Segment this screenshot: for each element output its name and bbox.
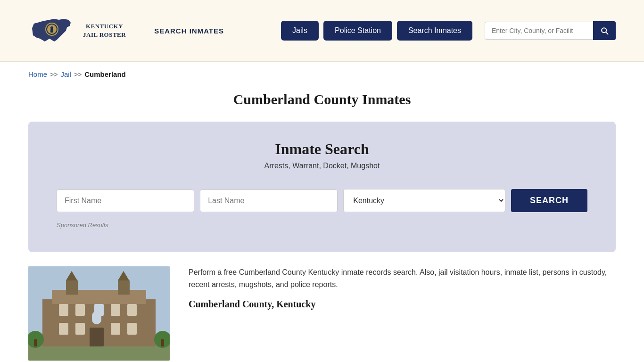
svg-rect-19 [92, 311, 101, 324]
svg-rect-9 [59, 304, 68, 316]
search-inmates-link[interactable]: SEARCH INMATES [154, 27, 224, 35]
breadcrumb-home[interactable]: Home [28, 70, 47, 78]
content-area: Perform a free Cumberland County Kentuck… [0, 266, 644, 362]
svg-rect-16 [111, 323, 120, 335]
state-select[interactable]: AlabamaAlaskaArizonaArkansasCaliforniaCo… [343, 189, 505, 212]
svg-point-3 [50, 26, 53, 29]
breadcrumb-current: Cumberland [84, 70, 126, 78]
header-search-area [485, 21, 616, 40]
search-panel: Inmate Search Arrests, Warrant, Docket, … [28, 122, 616, 252]
police-station-button[interactable]: Police Station [323, 21, 392, 41]
page-title-area: Cumberland County Inmates [0, 87, 644, 122]
site-header: KENTUCKY JAIL ROSTER SEARCH INMATES Jail… [0, 0, 644, 62]
breadcrumb: Home >> Jail >> Cumberland [28, 70, 616, 78]
svg-rect-13 [127, 304, 137, 316]
logo-image [28, 9, 75, 52]
svg-rect-20 [66, 280, 78, 295]
header-search-button[interactable] [593, 21, 616, 40]
svg-rect-18 [90, 328, 104, 346]
svg-rect-15 [75, 323, 85, 335]
search-form-row: AlabamaAlaskaArizonaArkansasCaliforniaCo… [57, 189, 587, 212]
search-panel-title: Inmate Search [57, 140, 587, 158]
building-svg [28, 266, 170, 361]
search-panel-subtitle: Arrests, Warrant, Docket, Mugshot [57, 162, 587, 170]
logo-text: KENTUCKY JAIL ROSTER [83, 22, 126, 39]
header-search-input[interactable] [485, 22, 593, 40]
logo-area: KENTUCKY JAIL ROSTER [28, 9, 126, 52]
search-button[interactable]: SEARCH [511, 189, 587, 212]
jails-button[interactable]: Jails [281, 21, 319, 41]
content-description: Perform a free Cumberland County Kentuck… [189, 266, 616, 290]
content-subheading: Cumberland County, Kentucky [189, 299, 616, 310]
svg-rect-10 [75, 304, 85, 316]
last-name-input[interactable] [200, 189, 338, 212]
svg-rect-21 [118, 280, 130, 295]
svg-rect-27 [161, 339, 164, 346]
breadcrumb-area: Home >> Jail >> Cumberland [0, 62, 644, 87]
svg-rect-14 [59, 323, 68, 335]
search-icon [600, 26, 609, 35]
breadcrumb-sep-1: >> [50, 71, 58, 78]
svg-rect-25 [34, 339, 37, 346]
nav-area: Jails Police Station Search Inmates [281, 21, 616, 41]
content-text-area: Perform a free Cumberland County Kentuck… [189, 266, 616, 361]
svg-rect-12 [111, 304, 120, 316]
breadcrumb-jail[interactable]: Jail [60, 70, 71, 78]
page-title: Cumberland County Inmates [28, 91, 616, 107]
building-image [28, 266, 170, 361]
search-inmates-button[interactable]: Search Inmates [397, 21, 472, 41]
svg-rect-17 [127, 323, 137, 335]
sponsored-label: Sponsored Results [57, 222, 587, 229]
svg-rect-4 [50, 29, 53, 33]
first-name-input[interactable] [57, 189, 194, 212]
breadcrumb-sep-2: >> [74, 71, 82, 78]
